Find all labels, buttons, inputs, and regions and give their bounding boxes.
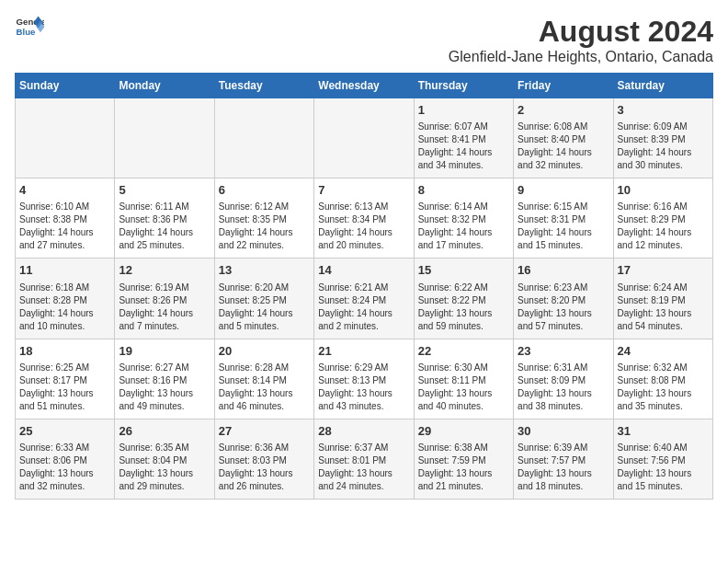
calendar-cell: 20Sunrise: 6:28 AMSunset: 8:14 PMDayligh… [214, 339, 313, 419]
day-info-line: and 59 minutes. [418, 320, 509, 333]
day-info-line: and 20 minutes. [318, 239, 409, 252]
day-info-line: and 51 minutes. [19, 400, 110, 413]
day-number: 12 [119, 262, 210, 279]
day-info-line: and 54 minutes. [618, 320, 709, 333]
calendar-cell: 18Sunrise: 6:25 AMSunset: 8:17 PMDayligh… [16, 339, 115, 419]
day-number: 11 [19, 262, 110, 279]
day-number: 4 [19, 182, 110, 199]
day-number: 1 [418, 102, 509, 119]
day-info-line: Sunset: 8:20 PM [518, 294, 609, 307]
title-block: August 2024 Glenfield-Jane Heights, Onta… [449, 15, 713, 65]
day-info-line: Daylight: 14 hours [19, 226, 110, 239]
day-info-line: Daylight: 13 hours [318, 387, 409, 400]
day-info-line: Sunrise: 6:24 AM [618, 282, 709, 294]
calendar-cell: 5Sunrise: 6:11 AMSunset: 8:36 PMDaylight… [115, 178, 214, 259]
calendar-cell: 24Sunrise: 6:32 AMSunset: 8:08 PMDayligh… [613, 339, 712, 419]
day-info-line: Sunset: 8:35 PM [219, 213, 310, 226]
day-info-line: Sunset: 8:32 PM [418, 213, 509, 226]
day-info-line: Sunset: 8:22 PM [418, 294, 509, 307]
calendar-cell: 21Sunrise: 6:29 AMSunset: 8:13 PMDayligh… [314, 339, 414, 419]
day-number: 21 [318, 343, 409, 360]
day-info-line: Daylight: 13 hours [19, 387, 110, 400]
day-number: 5 [119, 182, 210, 199]
day-number: 23 [518, 343, 609, 360]
day-info-line: Sunset: 8:40 PM [518, 133, 609, 146]
calendar-cell [16, 98, 115, 178]
day-info-line: and 22 minutes. [219, 239, 310, 252]
day-info-line: Daylight: 14 hours [418, 226, 509, 239]
day-info-line: Sunset: 8:26 PM [119, 294, 210, 307]
day-info-line: Sunset: 8:29 PM [618, 213, 709, 226]
day-info-line: Sunrise: 6:36 AM [219, 442, 310, 454]
page-header: General Blue August 2024 Glenfield-Jane … [15, 15, 713, 65]
calendar-week-row: 25Sunrise: 6:33 AMSunset: 8:06 PMDayligh… [16, 419, 713, 499]
calendar-cell: 23Sunrise: 6:31 AMSunset: 8:09 PMDayligh… [514, 339, 613, 419]
day-info-line: Sunrise: 6:21 AM [318, 282, 409, 294]
day-info-line: Sunrise: 6:25 AM [19, 362, 110, 374]
day-info-line: Daylight: 14 hours [219, 307, 310, 320]
day-info-line: Sunrise: 6:18 AM [19, 282, 110, 294]
day-info-line: Daylight: 14 hours [618, 146, 709, 159]
day-info-line: Sunrise: 6:12 AM [219, 201, 310, 213]
day-info-line: Sunset: 8:36 PM [119, 213, 210, 226]
day-header-sunday: Sunday [16, 74, 115, 98]
day-info-line: Daylight: 13 hours [618, 307, 709, 320]
day-info-line: Sunrise: 6:33 AM [19, 442, 110, 454]
day-info-line: and 15 minutes. [618, 480, 709, 493]
day-info-line: Sunrise: 6:16 AM [618, 201, 709, 213]
calendar-cell: 29Sunrise: 6:38 AMSunset: 7:59 PMDayligh… [414, 419, 513, 499]
calendar-cell: 28Sunrise: 6:37 AMSunset: 8:01 PMDayligh… [314, 419, 414, 499]
day-info-line: Sunset: 8:09 PM [518, 374, 609, 387]
day-info-line: Sunset: 8:01 PM [318, 454, 409, 467]
day-info-line: and 43 minutes. [318, 400, 409, 413]
day-info-line: Daylight: 14 hours [518, 146, 609, 159]
calendar-table: SundayMondayTuesdayWednesdayThursdayFrid… [15, 73, 713, 500]
day-info-line: and 21 minutes. [418, 480, 509, 493]
day-info-line: and 32 minutes. [19, 480, 110, 493]
day-info-line: Sunset: 8:41 PM [418, 133, 509, 146]
calendar-cell: 26Sunrise: 6:35 AMSunset: 8:04 PMDayligh… [115, 419, 214, 499]
day-info-line: Sunrise: 6:40 AM [618, 442, 709, 454]
day-info-line: Daylight: 13 hours [219, 467, 310, 480]
day-info-line: Sunrise: 6:13 AM [318, 201, 409, 213]
day-number: 13 [219, 262, 310, 279]
day-info-line: and 32 minutes. [518, 159, 609, 172]
day-info-line: Sunrise: 6:29 AM [318, 362, 409, 374]
day-info-line: Sunset: 8:34 PM [318, 213, 409, 226]
day-info-line: and 34 minutes. [418, 159, 509, 172]
day-info-line: Sunrise: 6:20 AM [219, 282, 310, 294]
calendar-week-row: 4Sunrise: 6:10 AMSunset: 8:38 PMDaylight… [16, 178, 713, 259]
day-number: 19 [119, 343, 210, 360]
calendar-cell [214, 98, 313, 178]
calendar-cell: 30Sunrise: 6:39 AMSunset: 7:57 PMDayligh… [514, 419, 613, 499]
day-info-line: Sunrise: 6:39 AM [518, 442, 609, 454]
day-info-line: Sunset: 8:19 PM [618, 294, 709, 307]
calendar-cell: 12Sunrise: 6:19 AMSunset: 8:26 PMDayligh… [115, 259, 214, 339]
day-info-line: Sunrise: 6:37 AM [318, 442, 409, 454]
day-info-line: Sunrise: 6:38 AM [418, 442, 509, 454]
day-number: 14 [318, 262, 409, 279]
calendar-cell: 14Sunrise: 6:21 AMSunset: 8:24 PMDayligh… [314, 259, 414, 339]
day-info-line: Daylight: 13 hours [418, 467, 509, 480]
day-info-line: Sunrise: 6:10 AM [19, 201, 110, 213]
calendar-cell: 27Sunrise: 6:36 AMSunset: 8:03 PMDayligh… [214, 419, 313, 499]
day-info-line: and 25 minutes. [119, 239, 210, 252]
day-info-line: Sunset: 8:24 PM [318, 294, 409, 307]
day-header-tuesday: Tuesday [214, 74, 313, 98]
day-info-line: Sunset: 7:57 PM [518, 454, 609, 467]
day-info-line: Sunrise: 6:09 AM [618, 121, 709, 133]
calendar-cell: 8Sunrise: 6:14 AMSunset: 8:32 PMDaylight… [414, 178, 513, 259]
day-info-line: Sunset: 8:14 PM [219, 374, 310, 387]
day-info-line: Sunrise: 6:11 AM [119, 201, 210, 213]
day-number: 8 [418, 182, 509, 199]
calendar-cell: 7Sunrise: 6:13 AMSunset: 8:34 PMDaylight… [314, 178, 414, 259]
day-info-line: Sunset: 8:16 PM [119, 374, 210, 387]
day-info-line: Sunrise: 6:32 AM [618, 362, 709, 374]
calendar-cell: 17Sunrise: 6:24 AMSunset: 8:19 PMDayligh… [613, 259, 712, 339]
day-info-line: and 40 minutes. [418, 400, 509, 413]
day-info-line: Sunrise: 6:27 AM [119, 362, 210, 374]
day-number: 26 [119, 423, 210, 440]
calendar-cell [314, 98, 414, 178]
calendar-week-row: 11Sunrise: 6:18 AMSunset: 8:28 PMDayligh… [16, 259, 713, 339]
calendar-week-row: 1Sunrise: 6:07 AMSunset: 8:41 PMDaylight… [16, 98, 713, 178]
